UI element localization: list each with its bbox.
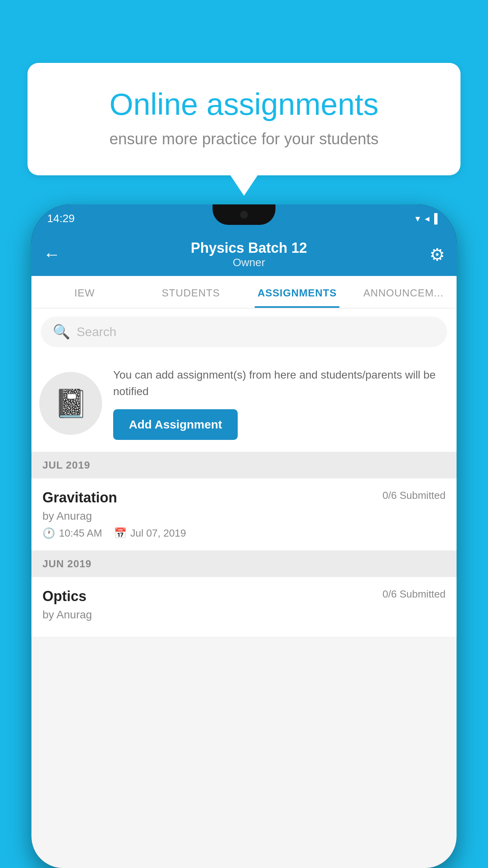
screen-content: 🔍 Search 📓 You can add assignment(s) fro…: [31, 309, 457, 868]
app-bar: ← Physics Batch 12 Owner ⚙: [31, 233, 457, 276]
assignment-time-value: 10:45 AM: [59, 527, 102, 539]
wifi-icon: ▾: [415, 213, 420, 224]
assignment-meta: 🕐 10:45 AM 📅 Jul 07, 2019: [42, 527, 446, 539]
add-assignment-button[interactable]: Add Assignment: [113, 409, 238, 440]
assignment-optics-submitted: 0/6 Submitted: [383, 588, 446, 600]
assignment-icon-circle: 📓: [39, 372, 102, 435]
calendar-icon: 📅: [114, 527, 127, 539]
tabs-bar: IEW STUDENTS ASSIGNMENTS ANNOUNCEM...: [31, 276, 457, 309]
add-assignment-description: You can add assignment(s) from here and …: [113, 367, 445, 400]
assignment-item-optics-header: Optics 0/6 Submitted: [42, 588, 446, 605]
speech-bubble-container: Online assignments ensure more practice …: [28, 63, 460, 175]
signal-icon: ◂: [425, 213, 429, 224]
clock-icon: 🕐: [42, 527, 55, 539]
camera-dot: [240, 211, 248, 219]
search-icon: 🔍: [53, 324, 70, 340]
app-bar-title: Physics Batch 12: [68, 240, 429, 256]
app-bar-title-area: Physics Batch 12 Owner: [68, 240, 429, 269]
tab-announcements[interactable]: ANNOUNCEM...: [350, 276, 457, 308]
speech-bubble-subtitle: ensure more practice for your students: [59, 130, 429, 148]
tab-assignments[interactable]: ASSIGNMENTS: [244, 276, 350, 308]
phone-notch: [213, 204, 275, 225]
app-bar-subtitle: Owner: [68, 256, 429, 269]
status-time: 14:29: [47, 212, 75, 225]
phone-frame: 14:29 ▾ ◂ ▌ ← Physics Batch 12 Owner ⚙ I…: [31, 204, 457, 868]
status-bar: 14:29 ▾ ◂ ▌: [31, 204, 457, 233]
assignment-item-gravitation[interactable]: Gravitation 0/6 Submitted by Anurag 🕐 10…: [31, 478, 457, 551]
search-bar[interactable]: 🔍 Search: [41, 316, 447, 347]
assignment-optics-name: Optics: [42, 588, 86, 605]
assignment-submitted: 0/6 Submitted: [383, 489, 446, 502]
search-bar-wrapper: 🔍 Search: [31, 309, 457, 355]
assignment-item-optics[interactable]: Optics 0/6 Submitted by Anurag: [31, 577, 457, 637]
search-placeholder: Search: [77, 325, 116, 339]
assignment-author: by Anurag: [42, 510, 446, 522]
tab-students[interactable]: STUDENTS: [138, 276, 244, 308]
status-icons: ▾ ◂ ▌: [415, 213, 441, 224]
speech-bubble: Online assignments ensure more practice …: [28, 63, 460, 175]
add-assignment-card: 📓 You can add assignment(s) from here an…: [31, 355, 457, 452]
back-button[interactable]: ←: [43, 245, 61, 264]
assignment-date: 📅 Jul 07, 2019: [114, 527, 186, 539]
assignment-date-value: Jul 07, 2019: [130, 527, 186, 539]
notebook-icon: 📓: [54, 387, 88, 419]
assignment-name: Gravitation: [42, 489, 117, 506]
settings-icon[interactable]: ⚙: [429, 245, 445, 265]
section-header-jul: JUL 2019: [31, 452, 457, 478]
battery-icon: ▌: [434, 213, 441, 224]
speech-bubble-title: Online assignments: [59, 86, 429, 122]
assignment-item-header: Gravitation 0/6 Submitted: [42, 489, 446, 506]
assignment-optics-author: by Anurag: [42, 609, 446, 621]
tab-iew[interactable]: IEW: [31, 276, 138, 308]
assignment-time: 🕐 10:45 AM: [42, 527, 102, 539]
add-assignment-text: You can add assignment(s) from here and …: [113, 367, 445, 440]
section-header-jun: JUN 2019: [31, 551, 457, 577]
